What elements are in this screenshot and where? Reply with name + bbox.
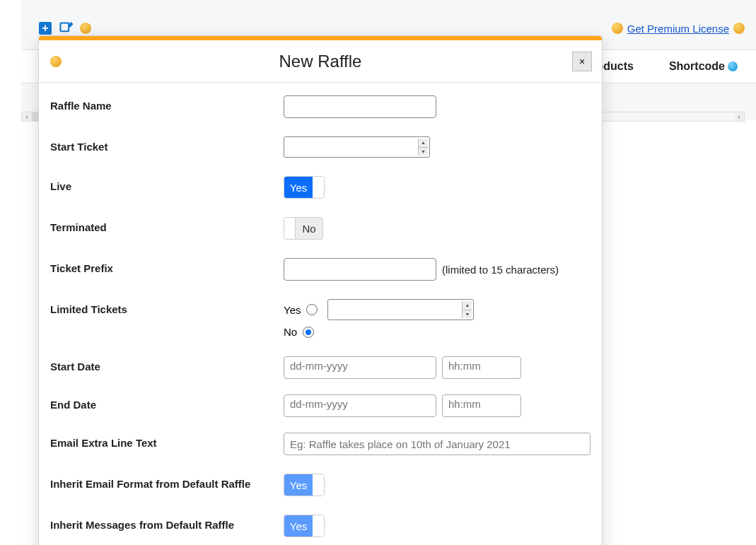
toggle-handle bbox=[313, 515, 324, 537]
limited-no-radio[interactable] bbox=[303, 327, 314, 338]
modal-header: New Raffle × bbox=[39, 40, 602, 83]
end-date-label: End Date bbox=[50, 394, 284, 411]
ticket-prefix-input[interactable] bbox=[284, 258, 436, 281]
end-date-input[interactable]: dd-mm-yyyy bbox=[284, 394, 436, 417]
get-premium-link[interactable]: Get Premium License bbox=[627, 23, 729, 35]
start-ticket-input[interactable]: ▲ ▼ bbox=[284, 136, 430, 158]
tab-shortcode[interactable]: Shortcode bbox=[659, 60, 748, 73]
inherit-email-toggle[interactable]: Yes bbox=[284, 474, 325, 496]
raffle-name-input[interactable] bbox=[284, 95, 436, 118]
start-date-label: Start Date bbox=[50, 356, 284, 373]
limited-tickets-input[interactable]: ▲ ▼ bbox=[327, 299, 474, 320]
limited-yes-radio[interactable] bbox=[306, 304, 318, 315]
spinner-down-icon[interactable]: ▼ bbox=[463, 310, 472, 319]
terminated-toggle[interactable]: No bbox=[284, 217, 323, 240]
premium-badge-icon bbox=[733, 23, 745, 34]
start-ticket-label: Start Ticket bbox=[50, 136, 284, 153]
toggle-handle bbox=[313, 177, 324, 198]
tab-shortcode-label: Shortcode bbox=[669, 60, 725, 73]
limited-no-label: No bbox=[284, 326, 297, 338]
modal-title: New Raffle bbox=[279, 52, 362, 71]
toggle-on-label: Yes bbox=[284, 177, 313, 198]
end-time-input[interactable]: hh:mm bbox=[442, 394, 521, 417]
new-raffle-modal: New Raffle × Raffle Name Start Ticket ▲ … bbox=[38, 35, 603, 545]
email-extra-label: Email Extra Line Text bbox=[50, 433, 284, 449]
toggle-on-label: Yes bbox=[284, 515, 313, 537]
inherit-messages-toggle[interactable]: Yes bbox=[284, 515, 325, 537]
terminated-label: Terminated bbox=[50, 217, 284, 233]
ticket-prefix-hint: (limited to 15 characters) bbox=[442, 264, 559, 276]
ticket-prefix-label: Ticket Prefix bbox=[50, 258, 284, 274]
premium-badge-icon bbox=[80, 23, 91, 34]
info-icon bbox=[728, 61, 738, 71]
start-time-input[interactable]: hh:mm bbox=[442, 356, 521, 379]
spinner-down-icon[interactable]: ▼ bbox=[419, 148, 428, 156]
close-button[interactable]: × bbox=[572, 52, 592, 71]
edit-icon[interactable] bbox=[59, 21, 73, 35]
inherit-email-label: Inherit Email Format from Default Raffle bbox=[50, 474, 284, 490]
toggle-handle bbox=[313, 474, 324, 496]
toggle-on-label: Yes bbox=[284, 474, 313, 496]
live-toggle[interactable]: Yes bbox=[284, 176, 325, 199]
toggle-off-label: No bbox=[296, 218, 322, 239]
limited-yes-label: Yes bbox=[284, 304, 301, 316]
scroll-right-arrow[interactable]: › bbox=[734, 112, 744, 121]
raffle-name-label: Raffle Name bbox=[50, 95, 284, 112]
add-icon[interactable]: + bbox=[39, 22, 52, 35]
spinner-up-icon[interactable]: ▲ bbox=[419, 139, 428, 148]
inherit-messages-label: Inherit Messages from Default Raffle bbox=[50, 515, 284, 531]
svg-rect-0 bbox=[61, 23, 69, 32]
modal-body: Raffle Name Start Ticket ▲ ▼ Live Yes bbox=[39, 83, 602, 545]
email-extra-input[interactable] bbox=[284, 433, 591, 455]
premium-badge-icon bbox=[612, 23, 623, 34]
toggle-handle bbox=[284, 218, 296, 239]
spinner-up-icon[interactable]: ▲ bbox=[463, 301, 472, 310]
premium-badge-icon bbox=[50, 56, 62, 67]
live-label: Live bbox=[50, 176, 284, 192]
start-date-input[interactable]: dd-mm-yyyy bbox=[284, 356, 436, 379]
limited-tickets-label: Limited Tickets bbox=[50, 299, 284, 315]
scroll-left-arrow[interactable]: ‹ bbox=[22, 112, 32, 121]
top-toolbar: + Get Premium License bbox=[39, 20, 745, 37]
